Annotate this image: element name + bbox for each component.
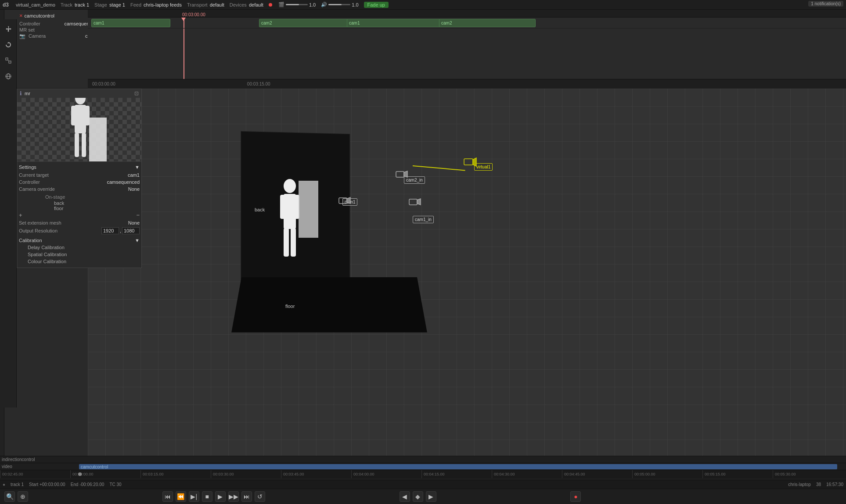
bottom-ruler: 00:02:45.00 00:03:00.00 00:03:15.00 00:0… xyxy=(0,470,846,478)
skip-next-button[interactable]: ⏭ xyxy=(241,491,252,502)
svg-rect-12 xyxy=(396,172,404,177)
controller-row: Controller camsequenced xyxy=(19,21,97,27)
cam1-in-icon xyxy=(408,197,421,207)
search-icon-btn[interactable]: 🔍 xyxy=(4,491,15,502)
ruler-mark-0: 00:02:45.00 xyxy=(0,470,70,478)
scene-floor-mesh xyxy=(231,277,427,332)
tab-virtual-cam-demo[interactable]: virtual_cam_demo xyxy=(16,2,55,7)
video-slider[interactable] xyxy=(286,4,308,5)
record-dot xyxy=(269,3,272,7)
menu-stage[interactable]: Stage stage 1 xyxy=(94,2,125,7)
ruler-mark-4: 00:03:45.00 xyxy=(281,470,351,478)
menu-devices[interactable]: Devices default xyxy=(230,2,263,7)
status-bar: ● track 1 Start +00:03:00.00 End -00:06:… xyxy=(0,480,846,489)
svg-line-2 xyxy=(8,60,9,61)
preview-panel xyxy=(89,118,107,161)
mr-panel-dock-button[interactable]: ⊡ xyxy=(134,90,139,97)
timeline-clip-cam1-1[interactable]: cam1 xyxy=(91,19,170,27)
timeline-tracks[interactable]: cam1 cam2 cam1 cam2 xyxy=(88,18,846,79)
res-height-input[interactable] xyxy=(122,227,140,234)
remove-button[interactable]: − xyxy=(136,212,140,218)
skip-prev-button[interactable]: ⏮ xyxy=(162,491,173,502)
mr-panel-info-icon: ℹ xyxy=(20,90,22,97)
svg-rect-24 xyxy=(75,133,79,157)
cam1-icon xyxy=(338,196,351,206)
notification-button[interactable]: 1 notification(s) xyxy=(808,1,843,7)
status-circle-icon: ● xyxy=(3,482,5,487)
svg-rect-11 xyxy=(291,228,296,257)
timeline-clip-cam2-2[interactable]: cam2 xyxy=(439,19,536,27)
indirectioncontrol-track: indirectioncontrol xyxy=(0,456,846,463)
mr-panel-title: mr xyxy=(25,91,30,96)
prev-button[interactable]: ⏪ xyxy=(176,491,186,502)
panel-close-button[interactable]: × xyxy=(19,12,23,19)
cam1-in-widget: cam1_in xyxy=(413,216,434,223)
svg-point-6 xyxy=(284,179,296,193)
mark-in-button[interactable]: ◀ xyxy=(400,491,410,502)
camera-row: 📷 Camera cam1 xyxy=(19,33,97,39)
svg-marker-13 xyxy=(404,171,407,177)
delay-calibration-item[interactable]: Delay Calibration xyxy=(28,244,140,251)
svg-rect-18 xyxy=(464,159,473,165)
panel-header: × camcutcontrol ⊡ xyxy=(19,12,97,19)
mr-panel: ℹ mr ⊡ Settings ▼ Current target xyxy=(17,89,142,268)
camera-icon: 📷 xyxy=(19,33,25,39)
timeline-scrubber[interactable] xyxy=(78,472,82,476)
res-width-input[interactable] xyxy=(101,227,119,234)
colour-calibration-item[interactable]: Colour Calibration xyxy=(28,258,140,265)
virtual1-icon xyxy=(463,157,479,168)
panel-title: camcutcontrol xyxy=(25,13,54,18)
spatial-calibration-item[interactable]: Spatial Calibration xyxy=(28,251,140,258)
settings-header[interactable]: Settings ▼ xyxy=(19,164,140,170)
video-volume: 🎬 1.0 xyxy=(278,2,316,7)
fade-up-button[interactable]: Fade up xyxy=(364,2,389,8)
svg-rect-14 xyxy=(339,198,347,204)
ruler-mark-5: 00:04:00.00 xyxy=(351,470,421,478)
on-stage-section: On-stage back floor xyxy=(19,193,140,211)
stop-button[interactable]: ■ xyxy=(202,491,212,502)
sidebar-move-tool[interactable] xyxy=(2,23,14,35)
timeline-ruler-top: 00:03:00.00 xyxy=(88,10,846,18)
ruler-mark-8: 00:04:45.00 xyxy=(562,470,632,478)
sidebar-rotate-tool[interactable] xyxy=(2,39,14,51)
current-target-row: Current target cam1 xyxy=(19,172,140,179)
sidebar-world-tool[interactable] xyxy=(2,70,14,82)
status-fps: 38 xyxy=(816,482,821,487)
add-button[interactable]: + xyxy=(19,212,22,218)
ruler-mark-9: 00:05:00.00 xyxy=(632,470,702,478)
svg-rect-10 xyxy=(284,228,289,257)
play-next-button[interactable]: ▶▶ xyxy=(228,491,239,502)
camera-override-row: Camera override None xyxy=(19,186,140,193)
audio-slider[interactable] xyxy=(328,4,350,5)
sidebar-scale-tool[interactable] xyxy=(2,54,14,67)
status-end: End -00:06:20.00 xyxy=(71,482,104,487)
status-tc: TC 30 xyxy=(109,482,121,487)
playhead-time: 00:03:00.00 xyxy=(182,12,205,17)
status-track: track 1 xyxy=(11,482,24,487)
menu-transport[interactable]: Transport default xyxy=(187,2,224,7)
mark-center-button[interactable]: ◆ xyxy=(413,491,423,502)
left-sidebar xyxy=(0,10,4,456)
bottom-timeline: indirectioncontrol video camcutcontrol 0… xyxy=(0,456,846,480)
app-logo: d3 xyxy=(3,2,9,8)
svg-rect-1 xyxy=(9,61,11,63)
mr-preview xyxy=(17,98,141,161)
controller-row: Controller camsequenced xyxy=(19,179,140,186)
ruler-mark-7: 00:04:30.00 xyxy=(492,470,562,478)
play-prev-button[interactable]: ▶| xyxy=(189,491,199,502)
loop-button[interactable]: ↺ xyxy=(255,491,265,502)
main-viewport: back floor cam1 cam2_in cam1_in virtual1 xyxy=(88,89,846,456)
zoom-icon-btn[interactable]: ⊕ xyxy=(18,491,28,502)
viewport-grid[interactable]: back floor cam1 cam2_in cam1_in virtual1 xyxy=(88,89,846,456)
camcutcontrol-clip[interactable]: camcutcontrol xyxy=(79,464,837,469)
record-button[interactable]: ● xyxy=(570,491,581,502)
play-button[interactable]: ▶ xyxy=(215,491,226,502)
mark-out-button[interactable]: ▶ xyxy=(426,491,436,502)
menu-feed[interactable]: Feed chris-laptop feeds xyxy=(130,2,182,7)
ruler-mark-6: 00:04:15.00 xyxy=(421,470,492,478)
menu-track[interactable]: Track track 1 xyxy=(61,2,89,7)
audio-volume: 🔊 1.0 xyxy=(321,2,358,7)
calibration-header[interactable]: Calibration ▼ xyxy=(19,237,140,244)
timeline-clip-cam2-1[interactable]: cam2 xyxy=(259,19,360,27)
svg-rect-16 xyxy=(409,199,417,205)
